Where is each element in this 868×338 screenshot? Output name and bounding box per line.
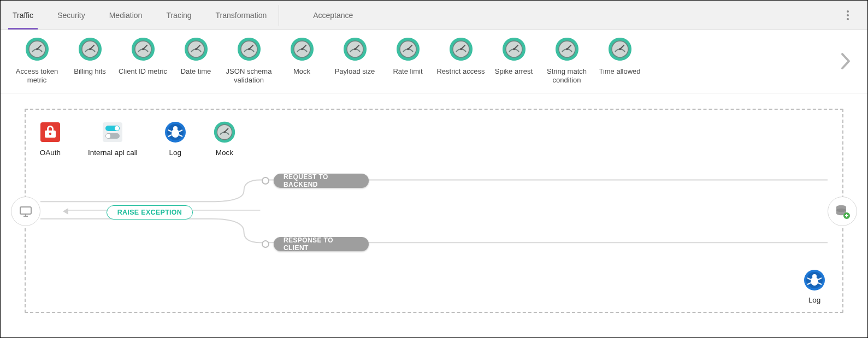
policy-label: OAuth	[40, 149, 61, 157]
policy-palette: Access token metric Billing hits Client …	[1, 30, 867, 93]
ring-marker-top	[262, 177, 269, 185]
palette-item-label: String match condition	[540, 67, 593, 85]
svg-point-35	[619, 48, 621, 50]
tab-acceptance[interactable]: Acceptance	[301, 11, 365, 20]
palette-item-label: Time allowed	[599, 67, 640, 76]
palette-item-access-token-metric[interactable]: Access token metric	[10, 37, 63, 85]
gauge-icon	[290, 37, 315, 62]
palette-item-mock[interactable]: Mock	[275, 37, 328, 85]
palette-item-restrict-access[interactable]: Restrict access	[434, 37, 487, 85]
svg-point-26	[460, 48, 462, 50]
svg-rect-55	[20, 207, 31, 214]
svg-point-46	[173, 126, 178, 131]
palette-item-label: Payload size	[335, 67, 375, 76]
palette-item-label: JSON schema validation	[222, 67, 275, 85]
svg-point-17	[301, 48, 303, 50]
request-to-backend-button[interactable]: REQUEST TO BACKEND	[274, 174, 369, 188]
monitor-icon	[18, 204, 33, 219]
gauge-icon	[25, 37, 50, 62]
gauge-icon	[184, 37, 209, 62]
flow-canvas-wrap: OAuth Internal api call Log Mock	[1, 93, 867, 325]
tab-divider	[279, 5, 279, 26]
svg-point-40	[115, 126, 119, 131]
svg-point-11	[195, 48, 197, 50]
palette-item-label: Restrict access	[436, 67, 485, 76]
svg-point-66	[812, 274, 817, 278]
palette-item-label: Access token metric	[10, 67, 63, 85]
svg-point-5	[89, 48, 91, 50]
svg-point-32	[566, 48, 568, 50]
policy-log-response[interactable]: Log	[803, 269, 826, 304]
tab-label: Tracing	[166, 11, 191, 20]
palette-item-payload-size[interactable]: Payload size	[328, 37, 381, 85]
toggle-icon	[101, 121, 124, 144]
palette-item-billing-hits[interactable]: Billing hits	[63, 37, 116, 85]
palette-next-icon[interactable]	[840, 52, 852, 70]
palette-item-label: Date time	[181, 67, 211, 76]
palette-item-label: Spike arrest	[495, 67, 533, 76]
svg-point-53	[223, 131, 226, 133]
policy-oauth[interactable]: OAuth	[39, 121, 62, 157]
tab-label: Security	[57, 11, 85, 20]
oauth-icon	[39, 121, 62, 144]
gauge-icon	[78, 37, 103, 62]
policy-internal-api-call[interactable]: Internal api call	[88, 121, 138, 157]
tab-label: Transformation	[216, 11, 267, 20]
palette-item-time-allowed[interactable]: Time allowed	[593, 37, 646, 85]
gauge-icon	[395, 37, 421, 62]
policy-label: Internal api call	[88, 149, 138, 157]
svg-point-29	[513, 48, 515, 50]
svg-point-59	[836, 208, 846, 211]
bug-icon	[164, 121, 187, 144]
svg-point-42	[106, 134, 110, 138]
policy-log-top[interactable]: Log	[164, 121, 187, 157]
tab-tracing[interactable]: Tracing	[154, 1, 203, 29]
bug-icon	[803, 269, 826, 292]
svg-point-8	[142, 48, 144, 50]
palette-item-rate-limit[interactable]: Rate limit	[381, 37, 434, 85]
tab-label: Traffic	[13, 11, 33, 20]
svg-point-37	[49, 132, 51, 134]
database-add-icon	[834, 203, 851, 220]
backend-endpoint[interactable]	[828, 197, 857, 226]
palette-item-label: Billing hits	[74, 67, 106, 76]
palette-item-json-schema-validation[interactable]: JSON schema validation	[222, 37, 275, 85]
gauge-icon	[607, 37, 633, 62]
gauge-icon	[501, 37, 527, 62]
tab-mediation[interactable]: Mediation	[97, 1, 155, 29]
more-menu-icon[interactable]	[842, 6, 853, 25]
gauge-icon	[343, 37, 368, 62]
palette-item-client-id-metric[interactable]: Client ID metric	[116, 37, 169, 85]
pill-label: RESPONSE TO CLIENT	[284, 236, 359, 252]
svg-point-23	[407, 48, 409, 50]
tab-security[interactable]: Security	[45, 1, 97, 29]
client-endpoint[interactable]	[11, 197, 40, 226]
gauge-icon	[554, 37, 580, 62]
palette-item-date-time[interactable]: Date time	[169, 37, 222, 85]
flow-dashed-container[interactable]: OAuth Internal api call Log Mock	[25, 109, 843, 313]
tab-traffic[interactable]: Traffic	[1, 1, 45, 29]
ring-marker-bottom	[262, 240, 269, 248]
palette-item-string-match-condition[interactable]: String match condition	[540, 37, 593, 85]
gauge-icon	[213, 121, 236, 144]
arrow-left-icon	[63, 208, 68, 215]
palette-item-label: Mock	[293, 67, 310, 76]
raise-exception-button[interactable]: RAISE EXCEPTION	[107, 205, 193, 220]
tab-label: Acceptance	[313, 11, 353, 20]
svg-point-2	[36, 48, 38, 50]
policy-label: Log	[169, 149, 182, 157]
gauge-icon	[237, 37, 262, 62]
tab-label: Mediation	[109, 11, 143, 20]
pill-label: REQUEST TO BACKEND	[284, 173, 359, 188]
gauge-icon	[131, 37, 156, 62]
palette-items: Access token metric Billing hits Client …	[10, 37, 646, 85]
svg-point-20	[354, 48, 356, 50]
palette-item-label: Rate limit	[393, 67, 422, 76]
policy-mock-flow[interactable]: Mock	[213, 121, 236, 157]
tab-transformation[interactable]: Transformation	[204, 1, 279, 29]
response-to-client-button[interactable]: RESPONSE TO CLIENT	[274, 237, 369, 251]
policy-label: Log	[808, 296, 821, 304]
palette-item-spike-arrest[interactable]: Spike arrest	[487, 37, 540, 85]
svg-rect-38	[103, 122, 122, 142]
request-policy-row: OAuth Internal api call Log Mock	[39, 121, 236, 157]
